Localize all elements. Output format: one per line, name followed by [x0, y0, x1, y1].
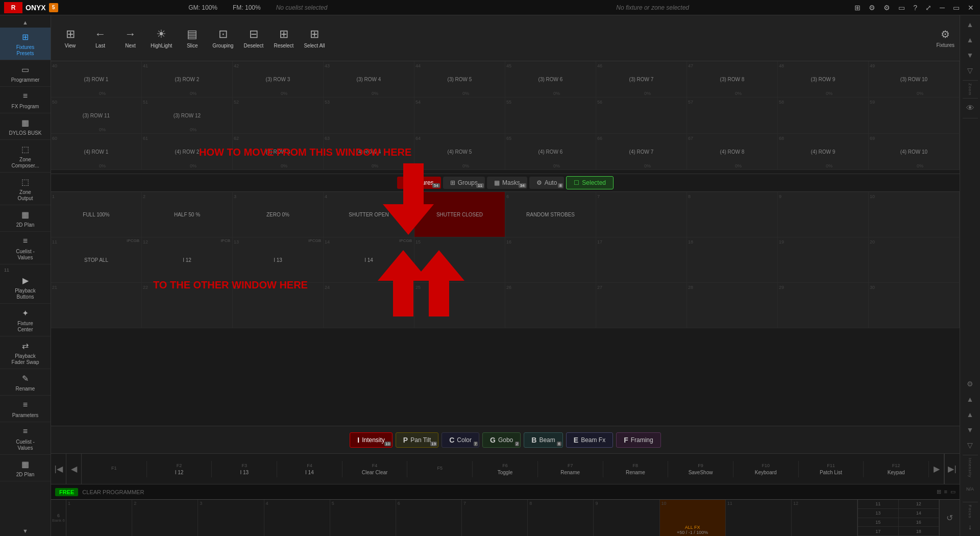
- bottom-cell-3[interactable]: 3: [198, 500, 264, 536]
- fixture-cell-56[interactable]: 56: [596, 98, 687, 133]
- tab-groups[interactable]: ⊞ Groups 11: [443, 177, 485, 189]
- fixture-cell-61[interactable]: 61(4) ROW 20%: [142, 134, 233, 169]
- fn-nav-next-next[interactable]: ▶|: [944, 454, 960, 484]
- fixture-cell-54[interactable]: 54: [414, 98, 505, 133]
- rs-zoom-up[interactable]: ▲: [962, 17, 978, 32]
- sidebar-item-fixtures-presets[interactable]: ⊞ FixturesPresets: [0, 28, 51, 60]
- brm-cell-13[interactable]: 13: [858, 509, 899, 518]
- bottom-cell-10-all-fx[interactable]: 10 ALL FX +50 / -1 / 100%: [660, 500, 726, 536]
- fixture-cell-48[interactable]: 48(3) ROW 90%: [778, 61, 869, 97]
- brm-cell-16[interactable]: 16: [899, 518, 940, 527]
- pb-cell-1[interactable]: 1FULL 100%: [51, 192, 142, 237]
- fn-f9[interactable]: F9 SaveShow: [668, 461, 733, 477]
- bottom-cell-1[interactable]: 1: [66, 500, 132, 536]
- pb-cell-10[interactable]: 10: [869, 192, 960, 237]
- fn-f2[interactable]: F2 I 12: [147, 461, 212, 477]
- pb-cell-9[interactable]: 9: [778, 192, 869, 237]
- select-all-button[interactable]: ⊞ Select All: [300, 25, 329, 52]
- fixture-cell-44[interactable]: 44(3) ROW 50%: [414, 61, 505, 97]
- fn-f4b[interactable]: F4 Clear Clear: [342, 461, 408, 477]
- pb-cell-21[interactable]: 21: [51, 283, 142, 328]
- fn-f6[interactable]: F6 Toggle: [473, 461, 538, 477]
- bottom-cell-12[interactable]: 12: [792, 500, 857, 536]
- square-status-icon[interactable]: ▭: [950, 489, 955, 495]
- sidebar-item-programmer[interactable]: ▭ Programmer: [0, 60, 51, 87]
- close-icon[interactable]: ✕: [966, 3, 976, 13]
- fixture-cell-69[interactable]: 69(4) ROW 100%: [869, 134, 960, 169]
- rs-eye-off[interactable]: 👁: [962, 101, 978, 115]
- fixture-cell-45[interactable]: 45(3) ROW 60%: [505, 61, 596, 97]
- pb-cell-4[interactable]: 4SHUTTER OPEN: [324, 192, 414, 237]
- pb-cell-25[interactable]: 25: [414, 283, 505, 328]
- bottom-cell-5[interactable]: 5: [330, 500, 396, 536]
- pb-cell-30[interactable]: 30: [869, 283, 960, 328]
- pb-cell-26[interactable]: 26: [505, 283, 596, 328]
- deselect-button[interactable]: ⊟ Deselect: [239, 25, 267, 52]
- brm-cell-17[interactable]: 17: [858, 527, 899, 535]
- help-icon[interactable]: ?: [911, 3, 919, 13]
- pb-cell-24[interactable]: 24: [324, 283, 414, 328]
- pb-cell-28[interactable]: 28: [687, 283, 778, 328]
- pb-cell-3[interactable]: 3ZERO 0%: [233, 192, 324, 237]
- fixture-cell-64[interactable]: 64(4) ROW 50%: [414, 134, 505, 169]
- pb-cell-13[interactable]: 13IPCGBI 13: [233, 237, 324, 282]
- bottom-cell-11[interactable]: 11: [726, 500, 792, 536]
- fn-f11[interactable]: F11 Patch List: [799, 461, 864, 477]
- fixture-cell-65[interactable]: 65(4) ROW 60%: [505, 134, 596, 169]
- fn-nav-prev-prev[interactable]: |◀: [51, 454, 66, 484]
- grouping-button[interactable]: ⊡ Grouping: [208, 25, 237, 52]
- fixture-cell-57[interactable]: 57: [687, 98, 778, 133]
- pb-cell-16[interactable]: 16: [505, 237, 596, 282]
- param-intensity[interactable]: I Intensity 10: [350, 432, 393, 448]
- pb-cell-6[interactable]: 6RANDOM STROBES: [505, 192, 596, 237]
- pb-cell-5[interactable]: 5SHUTTER CLOSED: [414, 192, 505, 237]
- bottom-cell-8[interactable]: 8: [528, 500, 594, 536]
- pb-cell-12[interactable]: 12IPCBI 12: [142, 237, 233, 282]
- fixture-cell-67[interactable]: 67(4) ROW 80%: [687, 134, 778, 169]
- sidebar-item-zone-composer[interactable]: ⬚ ZoneComposer...: [0, 140, 51, 173]
- sidebar-item-playback-buttons[interactable]: 11 ▶ PlaybackButtons: [0, 264, 51, 304]
- sliders-icon[interactable]: ⚙: [867, 3, 877, 13]
- rs-zoom-down-sm-2[interactable]: ▼: [962, 423, 978, 437]
- pb-cell-14[interactable]: 14IPCGBI 14: [324, 237, 414, 282]
- bottom-cell-6[interactable]: 6: [396, 500, 462, 536]
- fn-nav-next[interactable]: ▶: [929, 454, 944, 484]
- fn-f10[interactable]: F10 Keyboard: [733, 461, 799, 477]
- bottom-cell-2[interactable]: 2: [132, 500, 198, 536]
- fixture-cell-43[interactable]: 43(3) ROW 40%: [324, 61, 414, 97]
- fn-f5[interactable]: F5: [407, 461, 473, 477]
- fn-f3[interactable]: F3 I 13: [212, 461, 277, 477]
- rs-zoom-up-2[interactable]: ▲: [962, 392, 978, 406]
- param-beamfx[interactable]: E Beam Fx: [566, 432, 613, 448]
- slice-button[interactable]: ▤ Slice: [178, 25, 206, 52]
- fixture-cell-63[interactable]: 63(4) ROW 40%: [324, 134, 414, 169]
- fixture-cell-49[interactable]: 49(3) ROW 100%: [869, 61, 960, 97]
- sidebar-item-fx-program[interactable]: ≡ FX Program: [0, 87, 51, 113]
- fn-f4a[interactable]: F4 I 14: [277, 461, 342, 477]
- rs-gear[interactable]: ⚙: [962, 377, 978, 391]
- grid-status-icon[interactable]: ⊞: [937, 489, 941, 495]
- fixture-cell-42[interactable]: 42(3) ROW 30%: [233, 61, 324, 97]
- fixture-cell-55[interactable]: 55: [505, 98, 596, 133]
- param-gobo[interactable]: G Gobo 2: [482, 432, 521, 448]
- sidebar-item-zone-output[interactable]: ⬚ ZoneOutput: [0, 173, 51, 205]
- fixture-cell-52[interactable]: 52: [233, 98, 324, 133]
- sidebar-item-fixture-center[interactable]: ✦ FixtureCenter: [0, 304, 51, 336]
- pb-cell-17[interactable]: 17: [596, 237, 687, 282]
- pb-cell-18[interactable]: 18: [687, 237, 778, 282]
- rs-zoom-down-lg-2[interactable]: ▽: [962, 438, 978, 452]
- rs-zoom-expand-2[interactable]: ▲: [962, 407, 978, 422]
- brm-cell-15[interactable]: 15: [858, 518, 899, 527]
- brm-cell-18[interactable]: 18: [899, 527, 940, 535]
- fixture-cell-51[interactable]: 51(3) ROW 120%: [142, 98, 233, 133]
- fixture-cell-40[interactable]: 40(3) ROW 10%: [51, 61, 142, 97]
- fn-f12[interactable]: F12 Keypad: [864, 461, 929, 477]
- fixtures-toolbar-btn[interactable]: ⚙ Fixtures: [936, 28, 954, 48]
- pb-cell-19[interactable]: 19: [778, 237, 869, 282]
- sidebar-item-rename[interactable]: ✎ Rename: [0, 369, 51, 396]
- pb-cell-15[interactable]: 15: [414, 237, 505, 282]
- tab-auto[interactable]: ⚙ Auto 8: [529, 177, 565, 189]
- minimize-icon[interactable]: ─: [938, 3, 947, 13]
- sidebar-item-playback-fader[interactable]: ⇄ PlaybackFader Swap: [0, 336, 51, 369]
- restore-icon[interactable]: ▭: [951, 3, 962, 13]
